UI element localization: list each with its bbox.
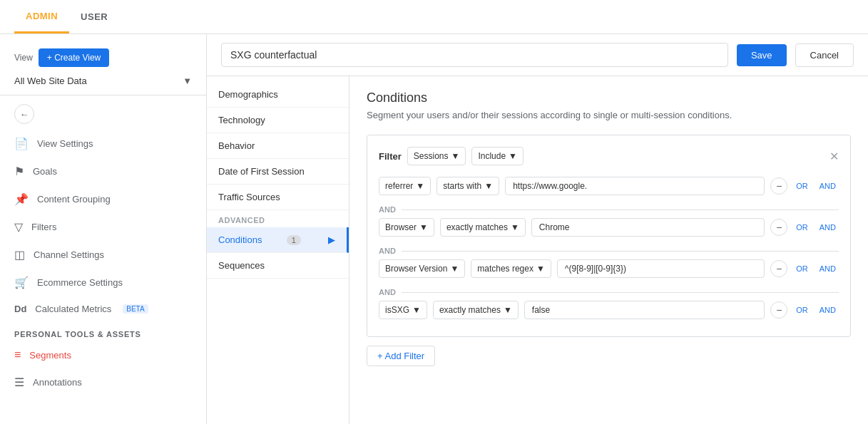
operator-dropdown-2[interactable]: exactly matches ▼ — [440, 218, 526, 237]
cart-icon: 🛒 — [14, 276, 29, 289]
and-button-2[interactable]: AND — [817, 223, 839, 232]
sidebar-item-annotations[interactable]: ☰ Annotations — [0, 368, 206, 396]
sidebar-item-filters[interactable]: ▽ Filters — [0, 213, 206, 241]
add-filter-button[interactable]: + Add Filter — [367, 346, 435, 366]
value-input-4[interactable] — [524, 301, 765, 319]
or-button-1[interactable]: OR — [793, 182, 811, 190]
personal-tools-section-title: PERSONAL TOOLS & ASSETS — [0, 321, 206, 341]
top-bar: Save Cancel — [207, 34, 868, 76]
segment-name-input[interactable] — [221, 43, 728, 67]
and-separator-2: AND — [379, 242, 839, 259]
chevron-down-icon: ▼ — [451, 151, 460, 161]
and-separator-3: AND — [379, 284, 839, 301]
back-button[interactable]: ← — [14, 104, 34, 124]
sidebar-item-label: Ecommerce Settings — [37, 277, 123, 288]
chevron-down-icon: ▼ — [419, 222, 428, 232]
remove-row-button-1[interactable]: − — [770, 177, 787, 195]
middle-nav: Demographics Technology Behavior Date of… — [207, 76, 349, 424]
field-dropdown-2[interactable]: Browser ▼ — [379, 218, 434, 237]
cancel-button[interactable]: Cancel — [795, 43, 854, 67]
remove-row-button-3[interactable]: − — [770, 260, 787, 277]
operator-dropdown-3[interactable]: matches regex ▼ — [471, 259, 551, 278]
advanced-section-label: Advanced — [207, 210, 349, 227]
document-icon: 📄 — [14, 137, 29, 150]
save-button[interactable]: Save — [737, 44, 787, 66]
nav-item-demographics[interactable]: Demographics — [207, 82, 349, 108]
annotations-icon: ☰ — [14, 376, 24, 389]
conditions-label: Conditions — [218, 234, 262, 245]
tab-user[interactable]: USER — [69, 1, 119, 32]
nav-item-technology[interactable]: Technology — [207, 108, 349, 133]
sidebar-item-goals[interactable]: ⚑ Goals — [0, 157, 206, 185]
remove-row-button-2[interactable]: − — [770, 219, 787, 236]
or-button-2[interactable]: OR — [793, 223, 811, 232]
conditions-title: Conditions — [367, 91, 851, 105]
operator-dropdown-1[interactable]: starts with ▼ — [436, 177, 499, 195]
filter-block: Filter Sessions ▼ Include ▼ ✕ — [367, 135, 851, 337]
session-dropdown[interactable]: Sessions ▼ — [407, 147, 466, 165]
right-section: Save Cancel Demographics Technology Beha… — [207, 34, 868, 424]
chevron-down-icon: ▼ — [511, 222, 519, 232]
chevron-down-icon: ▼ — [416, 181, 424, 191]
and-button-4[interactable]: AND — [817, 306, 839, 314]
value-input-1[interactable] — [505, 177, 765, 195]
value-input-3[interactable] — [557, 259, 765, 278]
chevron-down-icon: ▼ — [412, 305, 421, 315]
flag-icon: ⚑ — [14, 165, 24, 178]
sidebar-item-label: Content Grouping — [37, 194, 111, 205]
content-area: Demographics Technology Behavior Date of… — [207, 76, 868, 424]
and-button-3[interactable]: AND — [817, 264, 839, 273]
view-select-row: All Web Site Data ▼ — [0, 73, 206, 95]
nav-item-traffic-sources[interactable]: Traffic Sources — [207, 185, 349, 210]
field-value-4: isSXG — [385, 305, 409, 315]
field-value-2: Browser — [385, 222, 417, 232]
nav-item-behavior[interactable]: Behavior — [207, 133, 349, 159]
sidebar-item-label: Annotations — [33, 377, 82, 388]
sidebar-item-channel-settings[interactable]: ◫ Channel Settings — [0, 241, 206, 269]
operator-value-4: exactly matches — [439, 305, 501, 315]
chevron-down-icon: ▼ — [509, 151, 517, 161]
arrow-right-icon: ▶ — [328, 234, 335, 245]
sidebar-item-ecommerce-settings[interactable]: 🛒 Ecommerce Settings — [0, 269, 206, 296]
pin-icon: 📌 — [14, 192, 29, 206]
sidebar-item-label: Goals — [33, 166, 57, 177]
field-dropdown-4[interactable]: isSXG ▼ — [379, 301, 427, 319]
remove-row-button-4[interactable]: − — [770, 301, 787, 319]
sidebar-item-label: Segments — [29, 350, 71, 361]
tab-admin[interactable]: ADMIN — [14, 1, 69, 33]
field-dropdown-1[interactable]: referrer ▼ — [379, 177, 431, 195]
view-select[interactable]: All Web Site Data — [14, 76, 183, 86]
sidebar-item-label: Filters — [31, 222, 56, 232]
chevron-down-icon: ▼ — [484, 181, 493, 191]
filter-label: Filter — [379, 151, 402, 162]
nav-item-date-of-first-session[interactable]: Date of First Session — [207, 159, 349, 185]
channel-icon: ◫ — [14, 248, 25, 262]
filter-row-4: isSXG ▼ exactly matches ▼ − OR AND — [379, 301, 839, 319]
sidebar-item-segments[interactable]: ≡ Segments — [0, 341, 206, 368]
include-dropdown[interactable]: Include ▼ — [471, 147, 524, 165]
filter-close-button[interactable]: ✕ — [829, 150, 839, 163]
value-input-2[interactable] — [531, 218, 765, 237]
create-view-button[interactable]: + Create View — [39, 48, 110, 67]
top-nav: ADMIN USER — [0, 0, 868, 34]
main-layout: View + Create View All Web Site Data ▼ ←… — [0, 34, 868, 424]
sidebar-item-view-settings[interactable]: 📄 View Settings — [0, 130, 206, 157]
nav-item-conditions[interactable]: Conditions 1 ▶ — [207, 227, 349, 253]
nav-item-sequences[interactable]: Sequences — [207, 253, 349, 279]
or-button-4[interactable]: OR — [793, 306, 811, 314]
back-btn-row: ← — [0, 98, 206, 130]
sidebar-item-content-grouping[interactable]: 📌 Content Grouping — [0, 185, 206, 213]
or-button-3[interactable]: OR — [793, 264, 811, 273]
field-dropdown-3[interactable]: Browser Version ▼ — [379, 259, 465, 278]
operator-value-1: starts with — [443, 181, 481, 191]
and-button-1[interactable]: AND — [817, 182, 839, 190]
chevron-down-icon: ▼ — [536, 264, 545, 274]
metrics-icon: Dd — [14, 304, 26, 314]
sidebar-item-calculated-metrics[interactable]: Dd Calculated Metrics BETA — [0, 296, 206, 321]
filter-row-3: Browser Version ▼ matches regex ▼ − OR A… — [379, 259, 839, 278]
sidebar-item-label: View Settings — [37, 138, 93, 149]
operator-dropdown-4[interactable]: exactly matches ▼ — [433, 301, 519, 319]
and-separator-1: AND — [379, 201, 839, 218]
sidebar-item-label: Channel Settings — [34, 249, 104, 260]
conditions-description: Segment your users and/or their sessions… — [367, 110, 851, 120]
